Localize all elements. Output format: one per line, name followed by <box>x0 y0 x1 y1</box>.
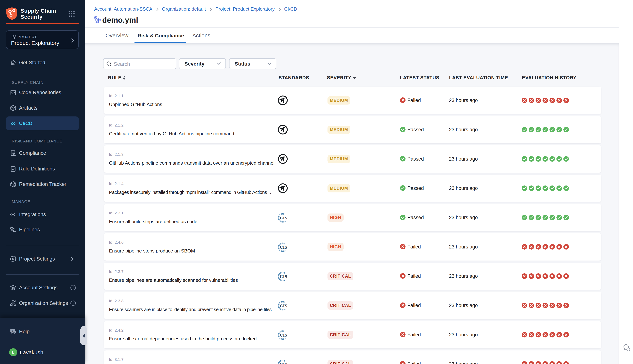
svg-text:CIS: CIS <box>280 362 287 364</box>
svg-text:CIS: CIS <box>280 245 287 250</box>
svg-text:CIS: CIS <box>280 274 287 279</box>
svg-text:CIS: CIS <box>280 304 287 308</box>
svg-text:CIS: CIS <box>280 216 287 220</box>
svg-text:?: ? <box>12 330 13 332</box>
svg-text:CIS: CIS <box>280 333 287 338</box>
